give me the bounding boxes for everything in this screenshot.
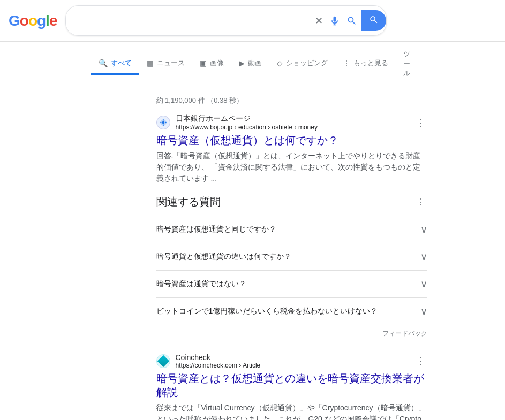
faq-question-0: 暗号資産は仮想通貨と同じですか？ [156,225,276,234]
site-info-boj: 日本銀行ホームページ https://www.boj.or.jp › educa… [156,114,427,131]
feedback-link[interactable]: フィードバック [156,325,427,342]
more-icon: ⋮ [343,59,350,67]
related-questions-header: 関連する質問 ⋮ [156,195,427,209]
chevron-down-icon-3: ∨ [420,306,427,317]
clear-button[interactable]: ✕ [315,15,323,27]
coincheck-logo-icon [157,355,169,368]
tab-shopping[interactable]: ◇ ショッピング [269,53,335,75]
tab-images[interactable]: ▣ 画像 [192,53,231,75]
search-bar: 暗号通貨 or 仮想通貨 ✕ [65,5,387,36]
related-questions-more-button[interactable]: ⋮ [414,195,427,209]
faq-item-0[interactable]: 暗号資産は仮想通貨と同じですか？ ∨ [156,216,427,243]
mic-icon [329,16,340,26]
site-url-boj: https://www.boj.or.jp › education › oshi… [176,124,318,131]
google-logo: Google [9,12,57,29]
search-button[interactable] [361,10,386,31]
svg-point-4 [160,122,161,123]
faq-question-1: 暗号通貨と仮想通貨の違いは何ですか？ [156,252,291,262]
result-title-coincheck[interactable]: 暗号資産とは？仮想通貨との違いを暗号資産交換業者が解説 [156,371,427,399]
search-icons: ✕ [315,15,357,27]
header: Google 暗号通貨 or 仮想通貨 ✕ [0,0,505,42]
faq-item-1[interactable]: 暗号通貨と仮想通貨の違いは何ですか？ ∨ [156,243,427,270]
nav-tabs: 🔍 すべて ▤ ニュース ▣ 画像 ▶ 動画 ◇ ショッピング ⋮ もっと見る … [0,42,505,86]
site-url-coincheck: https://coincheck.com › Article [176,362,261,369]
site-name-coincheck: Coincheck [176,353,261,362]
tab-all[interactable]: 🔍 すべて [91,53,139,75]
all-icon: 🔍 [99,59,108,67]
site-details-coincheck: Coincheck https://coincheck.com › Articl… [176,353,261,369]
result-stats: 約 1,190,000 件 （0.38 秒） [156,91,427,105]
chevron-down-icon-2: ∨ [420,278,427,290]
tab-videos[interactable]: ▶ 動画 [231,53,269,75]
result-item-coincheck: Coincheck https://coincheck.com › Articl… [156,353,427,420]
lens-icon [346,16,357,26]
tools-area: ツール [396,44,418,83]
tools-button[interactable]: ツール [396,44,418,83]
result-title-boj[interactable]: 暗号資産（仮想通貨）とは何ですか？ [156,133,427,147]
news-icon: ▤ [147,59,154,67]
result-snippet-coincheck: 従来までは「Virtual Currency（仮想通貨）」や「Cryptocur… [156,402,427,420]
faq-item-2[interactable]: 暗号資産は通貨ではない？ ∨ [156,270,427,297]
svg-point-2 [162,119,163,120]
lens-search-button[interactable] [346,16,357,26]
site-name-boj: 日本銀行ホームページ [176,114,318,124]
tab-more[interactable]: ⋮ もっと見る [335,53,396,75]
shopping-icon: ◇ [277,59,283,67]
search-input[interactable]: 暗号通貨 or 仮想通貨 [74,16,311,26]
svg-point-1 [162,121,164,124]
svg-point-3 [162,125,163,126]
result-more-button-coincheck[interactable]: ⋮ [413,353,427,369]
favicon-boj [156,116,170,129]
search-icon [369,15,379,25]
images-icon: ▣ [200,59,207,67]
chevron-down-icon-1: ∨ [420,251,427,263]
faq-item-3[interactable]: ビットコインで1億円稼いだらいくら税金を払わないといけない？ ∨ [156,297,427,325]
result-item-boj: 日本銀行ホームページ https://www.boj.or.jp › educa… [156,114,427,184]
voice-search-button[interactable] [329,16,340,26]
site-info-coincheck: Coincheck https://coincheck.com › Articl… [156,353,427,369]
chevron-down-icon-0: ∨ [420,224,427,235]
main-content: 約 1,190,000 件 （0.38 秒） 日本銀行ホームページ https:… [65,86,440,420]
related-questions-section: 関連する質問 ⋮ 暗号資産は仮想通貨と同じですか？ ∨ 暗号通貨と仮想通貨の違い… [156,195,427,342]
tab-news[interactable]: ▤ ニュース [139,53,192,75]
video-icon: ▶ [239,59,245,67]
favicon-coincheck [156,354,170,368]
faq-question-2: 暗号資産は通貨ではない？ [156,279,246,289]
boj-favicon-icon [160,119,167,126]
faq-question-3: ビットコインで1億円稼いだらいくら税金を払わないといけない？ [156,307,378,316]
svg-point-5 [165,122,166,123]
result-snippet-boj: 回答.「暗号資産（仮想通貨）」とは、インターネット上でやりとりできる財産的価値で… [156,150,427,184]
result-more-button-boj[interactable]: ⋮ [413,114,427,131]
site-details-boj: 日本銀行ホームページ https://www.boj.or.jp › educa… [176,114,318,131]
